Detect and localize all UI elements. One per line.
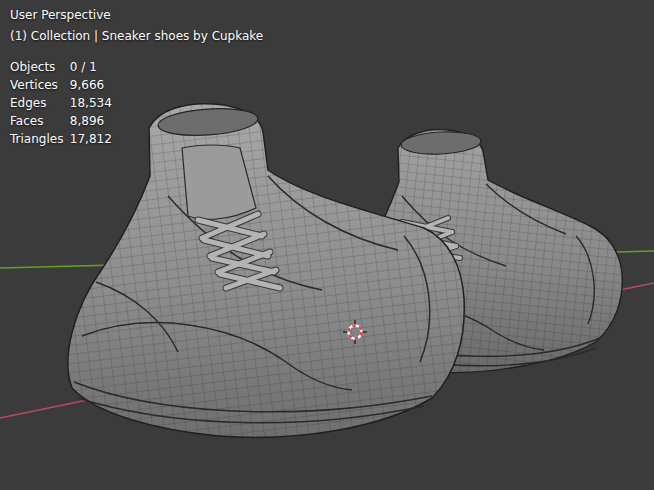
blender-3d-viewport[interactable]: User Perspective (1) Collection | Sneake…: [0, 0, 654, 490]
viewport-scene[interactable]: [0, 0, 654, 490]
